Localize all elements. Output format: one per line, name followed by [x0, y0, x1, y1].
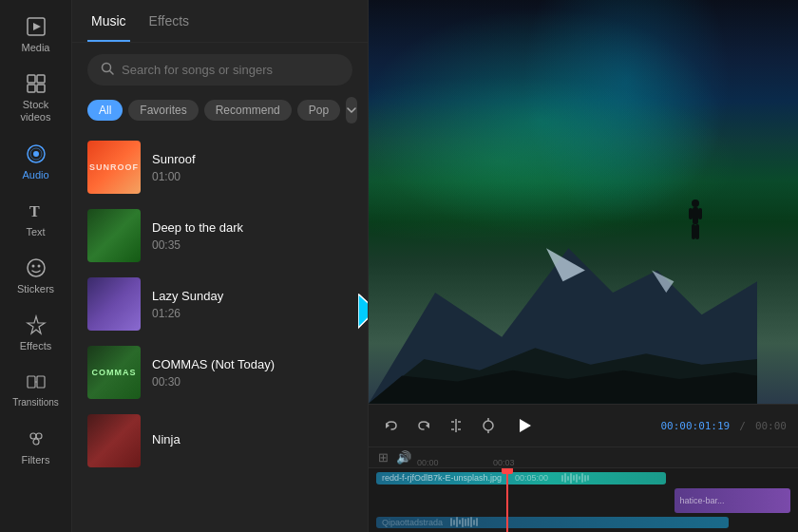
svg-point-15: [30, 433, 36, 439]
song-duration-sunroof: 01:00: [152, 170, 352, 183]
text-icon: T: [25, 200, 48, 222]
svg-marker-1: [33, 23, 41, 30]
song-thumb-sunroof: SUNROOF: [87, 141, 141, 194]
timeline-tracks: redd-f-rjfOdlB7k-E-unsplash.jpg 00:05:00: [369, 468, 798, 532]
song-duration-lazy: 01:26: [152, 307, 352, 320]
song-title-sunroof: Sunroof: [152, 152, 352, 166]
sidebar-item-stock-label: Stockvideos: [21, 99, 51, 124]
crop-button[interactable]: [477, 414, 500, 437]
svg-point-12: [37, 265, 40, 268]
svg-point-11: [31, 265, 34, 268]
song-item-lazy-sunday[interactable]: Lazy Sunday 01:26: [72, 270, 368, 338]
svg-rect-3: [37, 75, 45, 83]
song-item-ninja[interactable]: Ninja: [72, 407, 368, 475]
panel-tabs: Music Effects: [72, 0, 368, 43]
media-icon: [25, 15, 48, 38]
total-time: 00:00: [755, 420, 787, 432]
svg-rect-4: [28, 85, 35, 92]
svg-rect-30: [692, 224, 695, 239]
sidebar-item-stock[interactable]: Stockvideos: [4, 65, 68, 131]
track-video-2[interactable]: hatice-bar...: [674, 488, 790, 513]
redo-button[interactable]: [412, 414, 435, 437]
split-button[interactable]: [445, 414, 467, 437]
sidebar-item-text[interactable]: T Text: [4, 192, 68, 245]
timecode-separator: /: [739, 420, 746, 432]
filters-icon: [25, 428, 48, 450]
timecode: 00:00:01:19: [660, 420, 730, 432]
sidebar-item-media[interactable]: Media: [4, 8, 68, 61]
cursor-pointer: [358, 294, 368, 345]
song-title-commas: COMMAS (Not Today): [152, 357, 352, 371]
song-thumb-lazy: [87, 277, 141, 331]
song-thumb-ninja: [87, 414, 141, 467]
tab-effects[interactable]: Effects: [145, 0, 194, 42]
timeline-controls-bar: ⊞ 🔊 00:00 00:03: [369, 447, 798, 468]
track-video-1-label: redd-f-rjfOdlB7k-E-unsplash.jpg: [382, 473, 502, 483]
song-info-sunroof: Sunroof 01:00: [152, 152, 352, 183]
sidebar-item-media-label: Media: [22, 42, 50, 53]
sidebar-item-transitions-label: Transitions: [12, 397, 59, 408]
svg-point-16: [36, 433, 42, 439]
audio-waveform: [450, 517, 478, 529]
song-info-commas: COMMAS (Not Today) 00:30: [152, 357, 352, 389]
effects-icon: [25, 314, 48, 336]
svg-line-19: [110, 71, 114, 75]
svg-point-17: [33, 439, 39, 445]
svg-text:T: T: [29, 203, 40, 219]
sidebar-item-text-label: Text: [26, 226, 45, 238]
audio-icon: [25, 142, 48, 165]
waveform: [561, 472, 589, 484]
playhead[interactable]: [506, 468, 508, 532]
song-info-ninja: Ninja: [152, 432, 352, 450]
timeline-ctrl-1[interactable]: ⊞: [376, 448, 390, 466]
svg-rect-28: [689, 208, 693, 219]
song-thumb-deep-dark: [87, 209, 141, 262]
search-icon: [101, 62, 114, 78]
sidebar-item-stickers[interactable]: Stickers: [4, 249, 68, 302]
svg-rect-29: [698, 208, 702, 219]
tab-music[interactable]: Music: [87, 0, 130, 42]
song-list: SUNROOF Sunroof 01:00 Deep to the dark 0…: [72, 133, 368, 532]
song-title-lazy: Lazy Sunday: [152, 289, 352, 303]
track-audio-1-label: Qipaottadstrada: [382, 518, 443, 527]
song-item-sunroof[interactable]: SUNROOF Sunroof 01:00: [72, 133, 368, 201]
sidebar-item-effects[interactable]: Effects: [4, 306, 68, 359]
filter-all[interactable]: All: [87, 100, 123, 121]
filter-recommend[interactable]: Recommend: [204, 100, 292, 121]
song-item-deep-dark[interactable]: Deep to the dark 00:35: [72, 201, 368, 270]
search-input[interactable]: [122, 63, 339, 77]
ruler-mark-0: 00:00: [417, 458, 439, 467]
svg-point-26: [692, 200, 699, 207]
stickers-icon: [25, 256, 48, 279]
svg-rect-31: [695, 224, 699, 239]
video-preview: [369, 0, 798, 404]
timeline-ctrl-volume[interactable]: 🔊: [394, 448, 413, 466]
person-silhouette: [687, 199, 704, 251]
track-row-2: hatice-bar...: [376, 488, 790, 513]
search-bar: [87, 54, 352, 86]
play-button[interactable]: [509, 410, 540, 441]
transitions-icon: [25, 370, 48, 393]
song-thumb-commas: COMMAS: [87, 346, 141, 399]
svg-marker-42: [520, 419, 531, 432]
sidebar-item-audio[interactable]: Audio: [4, 135, 68, 188]
sidebar-item-filters[interactable]: Filters: [4, 420, 68, 473]
track-video-1[interactable]: redd-f-rjfOdlB7k-E-unsplash.jpg 00:05:00: [376, 472, 666, 484]
track-audio-1[interactable]: Qipaottadstrada: [376, 517, 729, 529]
audio-panel: Music Effects All Favorites Recommend Po…: [72, 0, 369, 532]
svg-marker-20: [358, 294, 368, 332]
song-title-deep-dark: Deep to the dark: [152, 220, 352, 235]
svg-rect-14: [37, 376, 45, 388]
filter-favorites[interactable]: Favorites: [128, 100, 198, 121]
stock-icon: [25, 72, 48, 95]
sidebar: Media Stockvideos Audio T: [0, 0, 72, 532]
filter-more-button[interactable]: [346, 97, 357, 124]
undo-button[interactable]: [380, 414, 403, 437]
track-video-1-duration: 00:05:00: [515, 473, 548, 483]
sidebar-item-stickers-label: Stickers: [17, 283, 54, 294]
svg-point-10: [28, 259, 45, 276]
song-item-commas[interactable]: COMMAS COMMAS (Not Today) 00:30: [72, 338, 368, 407]
sidebar-item-transitions[interactable]: Transitions: [4, 363, 68, 416]
svg-point-7: [33, 151, 39, 157]
filter-pop[interactable]: Pop: [297, 100, 340, 121]
